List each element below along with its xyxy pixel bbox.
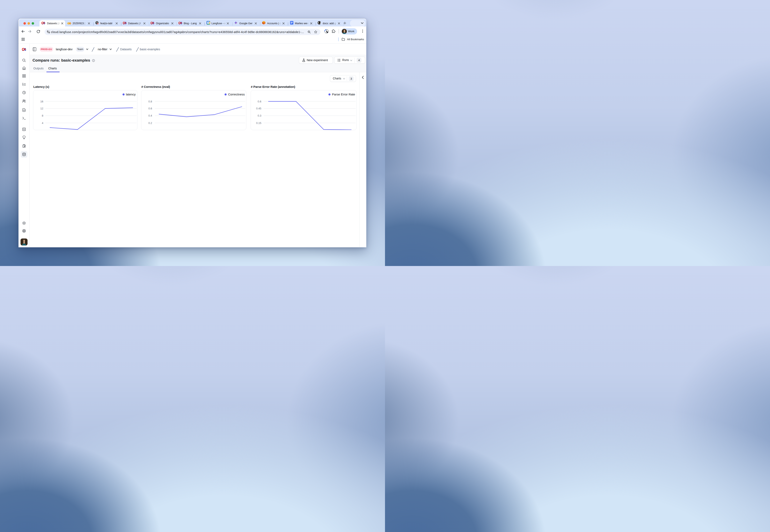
svg-text:0.6: 0.6 bbox=[148, 107, 152, 110]
svg-text:Parse Error Rate: Parse Error Rate bbox=[332, 93, 355, 96]
svg-text:4: 4 bbox=[42, 122, 43, 125]
svg-text:8: 8 bbox=[42, 114, 43, 117]
svg-text:latency: latency bbox=[126, 93, 136, 96]
svg-text:0.8: 0.8 bbox=[148, 100, 152, 103]
svg-text:12: 12 bbox=[40, 107, 43, 110]
svg-text:6: 6 bbox=[208, 22, 209, 24]
svg-text:16: 16 bbox=[40, 100, 43, 103]
svg-text:0.2: 0.2 bbox=[148, 122, 152, 125]
svg-text:Correctness: Correctness bbox=[228, 93, 245, 96]
svg-text:0.3: 0.3 bbox=[258, 114, 261, 117]
svg-text:0.45: 0.45 bbox=[256, 107, 261, 110]
svg-text:0.6: 0.6 bbox=[258, 100, 261, 103]
svg-text:0.4: 0.4 bbox=[148, 114, 152, 117]
svg-text:0.15: 0.15 bbox=[256, 122, 261, 125]
